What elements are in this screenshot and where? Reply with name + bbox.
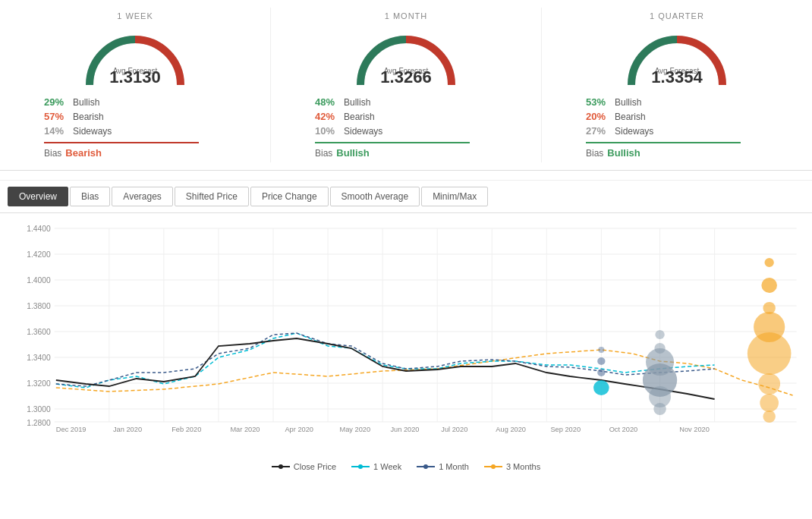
tab-smooth-average[interactable]: Smooth Average (330, 187, 420, 206)
tabs-bar: OverviewBiasAveragesShifted PricePrice C… (0, 181, 812, 213)
bullish-row: 53%Bullish (586, 95, 768, 109)
bearish-row: 20%Bearish (586, 109, 768, 124)
sideways-pct: 14% (44, 125, 73, 137)
svg-text:Feb 2020: Feb 2020 (172, 426, 201, 433)
chart-svg: 1.4400 1.4200 1.4000 1.3800 1.3600 1.340… (8, 221, 804, 433)
sideways-pct: 27% (586, 125, 615, 137)
tab-bias[interactable]: Bias (70, 187, 110, 206)
svg-text:1.3000: 1.3000 (27, 405, 51, 414)
tab-overview[interactable]: Overview (8, 187, 68, 206)
bearish-row: 42%Bearish (315, 109, 497, 124)
bullish-label: Bullish (73, 97, 226, 108)
legend-label: Close Price (294, 462, 336, 471)
divider (315, 142, 470, 143)
svg-text:Apr 2020: Apr 2020 (285, 426, 313, 433)
forecast-panel-1-month: 1 MONTHAvg Forecast1.326648%Bullish42%Be… (271, 8, 542, 162)
svg-point-56 (747, 332, 792, 375)
updated-bar (0, 171, 812, 181)
svg-text:1.4200: 1.4200 (27, 250, 51, 259)
legend-label: 3 Months (506, 462, 540, 471)
svg-text:Mar 2020: Mar 2020 (230, 426, 260, 433)
chart-area: 1.4400 1.4200 1.4000 1.3800 1.3600 1.340… (8, 213, 804, 458)
bearish-pct: 57% (44, 111, 73, 122)
period-label: 1 WEEK (117, 11, 153, 20)
bearish-pct: 42% (315, 111, 344, 122)
svg-text:1.4400: 1.4400 (27, 225, 51, 233)
bias-label: Bias (44, 148, 61, 159)
sideways-row: 27%Sideways (586, 124, 768, 138)
svg-point-61 (279, 464, 283, 469)
sideways-row: 14%Sideways (44, 124, 226, 138)
bearish-label: Bearish (73, 112, 226, 122)
svg-point-52 (765, 258, 774, 267)
bias-value: Bearish (65, 147, 102, 159)
sideways-label: Sideways (615, 126, 768, 137)
bullish-pct: 29% (44, 96, 73, 108)
divider (44, 142, 199, 143)
tab-price-change[interactable]: Price Change (250, 187, 329, 206)
svg-text:May 2020: May 2020 (339, 426, 370, 433)
divider (586, 142, 741, 143)
forecast-panel-1-week: 1 WEEKAvg Forecast1.313029%Bullish57%Bea… (0, 8, 271, 162)
tab-shifted-price[interactable]: Shifted Price (175, 187, 249, 206)
bearish-pct: 20% (586, 111, 615, 122)
gauge: Avg Forecast1.3266 (345, 24, 467, 89)
gauge: Avg Forecast1.3130 (74, 24, 196, 89)
svg-text:1.4000: 1.4000 (27, 276, 51, 285)
sideways-label: Sideways (73, 126, 226, 137)
bias-value: Bullish (607, 147, 640, 159)
legend-label: 1 Week (373, 462, 401, 471)
bias-row: BiasBullish (315, 147, 497, 159)
forecast-panels: 1 WEEKAvg Forecast1.313029%Bullish57%Bea… (0, 0, 812, 171)
svg-text:Aug 2020: Aug 2020 (496, 426, 526, 433)
svg-point-49 (597, 369, 605, 376)
tab-minim-max[interactable]: Minim/Max (421, 187, 488, 206)
svg-point-42 (655, 330, 664, 339)
svg-point-65 (423, 464, 428, 469)
svg-point-47 (653, 403, 666, 415)
gauge-value: 1.3266 (345, 68, 467, 87)
svg-text:Nov 2020: Nov 2020 (679, 426, 710, 433)
stats-table: 53%Bullish20%Bearish27%SidewaysBiasBulli… (586, 95, 768, 159)
tab-averages[interactable]: Averages (112, 187, 172, 206)
legend-item-close-price: Close Price (272, 462, 336, 471)
bearish-label: Bearish (615, 112, 768, 122)
bullish-pct: 53% (586, 96, 615, 108)
bias-label: Bias (586, 148, 603, 159)
gauge: Avg Forecast1.3354 (616, 24, 738, 89)
svg-point-67 (491, 464, 496, 469)
bullish-pct: 48% (315, 96, 344, 108)
svg-text:Oct 2020: Oct 2020 (609, 426, 638, 433)
legend-item-1-month: 1 Month (417, 462, 469, 471)
bullish-label: Bullish (344, 97, 497, 108)
bearish-label: Bearish (344, 112, 497, 122)
sideways-label: Sideways (344, 126, 497, 137)
bearish-row: 57%Bearish (44, 109, 226, 124)
bias-value: Bullish (336, 147, 369, 159)
svg-point-57 (758, 373, 780, 395)
bullish-row: 48%Bullish (315, 95, 497, 109)
sideways-pct: 10% (315, 125, 344, 137)
svg-point-48 (593, 380, 609, 395)
gauge-value: 1.3130 (74, 68, 196, 87)
legend-item-1-week: 1 Week (351, 462, 401, 471)
svg-text:1.3800: 1.3800 (27, 302, 51, 310)
svg-point-58 (760, 394, 779, 412)
sideways-row: 10%Sideways (315, 124, 497, 138)
svg-point-53 (761, 278, 777, 293)
bias-row: BiasBearish (44, 147, 226, 159)
forecast-panel-1-quarter: 1 QUARTERAvg Forecast1.335453%Bullish20%… (542, 8, 812, 162)
svg-text:Jun 2020: Jun 2020 (390, 426, 419, 433)
legend-label: 1 Month (439, 462, 469, 471)
bullish-row: 29%Bullish (44, 95, 226, 109)
svg-text:Dec 2019: Dec 2019 (56, 426, 87, 433)
svg-text:1.3400: 1.3400 (27, 354, 51, 362)
svg-text:Jan 2020: Jan 2020 (113, 426, 142, 433)
bias-row: BiasBullish (586, 147, 768, 159)
svg-point-51 (598, 347, 604, 353)
svg-text:Jul 2020: Jul 2020 (441, 426, 467, 433)
bias-label: Bias (315, 148, 332, 159)
svg-point-63 (358, 464, 363, 469)
gauge-value: 1.3354 (616, 68, 738, 87)
chart-legend: Close Price1 Week1 Month3 Months (0, 458, 812, 475)
